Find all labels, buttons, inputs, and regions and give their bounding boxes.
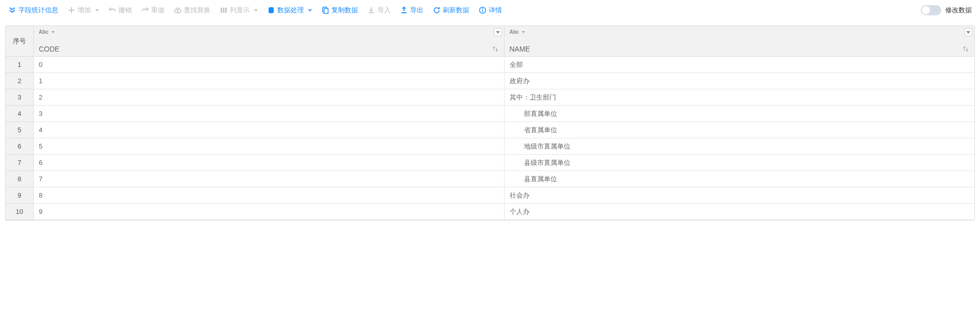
- seq-cell: 3: [6, 89, 34, 106]
- binoculars-icon: [174, 6, 182, 14]
- seq-cell: 8: [6, 171, 34, 187]
- copy-data-label: 复制数据: [331, 6, 358, 15]
- cell-code[interactable]: 6: [34, 155, 505, 171]
- column-type-row: Abc: [510, 29, 970, 35]
- table-row[interactable]: 65 地级市直属单位: [6, 138, 974, 155]
- redo-label: 重做: [151, 6, 164, 15]
- copy-icon: [321, 6, 329, 14]
- table-row[interactable]: 98社会办: [6, 187, 974, 204]
- refresh-label: 刷新数据: [443, 6, 469, 15]
- undo-button[interactable]: 撤销: [104, 4, 136, 17]
- add-button[interactable]: 增加: [63, 4, 103, 17]
- find-replace-label: 查找替换: [184, 6, 210, 15]
- svg-rect-7: [324, 9, 328, 14]
- sort-icon[interactable]: [492, 45, 499, 53]
- cell-name[interactable]: 政府办: [505, 73, 975, 89]
- field-stats-label: 字段统计信息: [18, 6, 58, 15]
- columns-icon: [220, 6, 228, 14]
- table-row[interactable]: 32其中：卫生部门: [6, 89, 974, 106]
- seq-cell: 2: [6, 73, 34, 89]
- seq-cell: 7: [6, 155, 34, 171]
- field-stats-button[interactable]: 字段统计信息: [4, 4, 62, 17]
- find-replace-button[interactable]: 查找替换: [170, 4, 214, 17]
- seq-cell: 5: [6, 122, 34, 138]
- redo-button[interactable]: 重做: [137, 4, 169, 17]
- cell-name[interactable]: 其中：卫生部门: [505, 89, 975, 106]
- svg-rect-9: [482, 10, 483, 12]
- import-label: 导入: [377, 6, 391, 15]
- table-row[interactable]: 54 省直属单位: [6, 122, 974, 138]
- cell-code[interactable]: 7: [34, 171, 505, 187]
- column-header-code[interactable]: Abc CODE: [34, 26, 505, 57]
- export-button[interactable]: 导出: [396, 4, 427, 17]
- export-icon: [400, 6, 408, 14]
- cell-name[interactable]: 部直属单位: [505, 106, 975, 122]
- detail-label: 详情: [489, 6, 502, 15]
- chevron-down-icon[interactable]: [52, 31, 55, 33]
- export-label: 导出: [410, 6, 423, 15]
- text-type-icon: Abc: [510, 29, 519, 35]
- plus-icon: [67, 6, 76, 14]
- seq-cell: 10: [6, 204, 34, 220]
- import-button[interactable]: 导入: [363, 4, 395, 17]
- sort-icon[interactable]: [962, 45, 969, 53]
- chevron-down-icon: [966, 31, 970, 34]
- info-icon: [479, 6, 487, 14]
- cell-code[interactable]: 8: [34, 187, 505, 204]
- svg-rect-4: [225, 8, 227, 13]
- column-filter-button[interactable]: [494, 28, 502, 36]
- edit-data-toggle[interactable]: [921, 5, 941, 15]
- column-display-button[interactable]: 列显示: [216, 4, 262, 17]
- chevron-down-icon[interactable]: [522, 31, 525, 33]
- copy-data-button[interactable]: 复制数据: [317, 4, 362, 17]
- seq-cell: 6: [6, 138, 34, 155]
- undo-icon: [108, 6, 116, 14]
- add-label: 增加: [78, 6, 91, 15]
- data-process-label: 数据处理: [277, 6, 304, 15]
- edit-data-toggle-wrap: 修改数据: [921, 5, 976, 15]
- chevron-down-icon: [308, 9, 312, 12]
- cell-name[interactable]: 地级市直属单位: [505, 138, 975, 155]
- column-display-label: 列显示: [230, 6, 250, 15]
- database-icon: [267, 6, 275, 14]
- table-row[interactable]: 43 部直属单位: [6, 106, 974, 122]
- data-grid: 序号 Abc CODE Abc NAME: [5, 26, 975, 221]
- table-row[interactable]: 76 县级市直属单位: [6, 155, 974, 171]
- column-filter-button[interactable]: [964, 28, 972, 36]
- edit-data-toggle-label: 修改数据: [945, 6, 972, 15]
- detail-button[interactable]: 详情: [474, 4, 506, 17]
- chevron-down-icon: [95, 9, 99, 12]
- undo-label: 撤销: [118, 6, 132, 15]
- cell-code[interactable]: 9: [34, 204, 505, 220]
- table-row[interactable]: 109个人办: [6, 204, 974, 220]
- column-name-row: NAME: [510, 45, 970, 53]
- column-name-label: CODE: [39, 45, 59, 53]
- cell-name[interactable]: 全部: [505, 57, 975, 73]
- cell-code[interactable]: 2: [34, 89, 505, 106]
- cell-code[interactable]: 0: [34, 57, 505, 73]
- column-name-label: NAME: [510, 45, 530, 53]
- toolbar: 字段统计信息 增加 撤销 重做 查找替换 列显示: [0, 0, 980, 20]
- seq-column-header[interactable]: 序号: [6, 26, 34, 57]
- table-row[interactable]: 10全部: [6, 57, 974, 73]
- cell-name[interactable]: 社会办: [505, 187, 975, 204]
- table-row[interactable]: 21政府办: [6, 73, 974, 89]
- cell-name[interactable]: 个人办: [505, 204, 975, 220]
- cell-code[interactable]: 1: [34, 73, 505, 89]
- column-name-row: CODE: [39, 45, 499, 53]
- data-process-button[interactable]: 数据处理: [263, 4, 316, 17]
- refresh-button[interactable]: 刷新数据: [428, 4, 473, 17]
- cell-name[interactable]: 县级市直属单位: [505, 155, 975, 171]
- grid-header: 序号 Abc CODE Abc NAME: [6, 26, 974, 57]
- cell-code[interactable]: 3: [34, 106, 505, 122]
- import-icon: [367, 6, 375, 14]
- column-header-name[interactable]: Abc NAME: [505, 26, 975, 57]
- toggle-knob: [922, 6, 930, 14]
- svg-rect-3: [223, 8, 225, 13]
- table-row[interactable]: 87 县直属单位: [6, 171, 974, 187]
- text-type-icon: Abc: [39, 29, 49, 35]
- cell-name[interactable]: 县直属单位: [505, 171, 975, 187]
- cell-name[interactable]: 省直属单位: [505, 122, 975, 138]
- cell-code[interactable]: 4: [34, 122, 505, 138]
- cell-code[interactable]: 5: [34, 138, 505, 155]
